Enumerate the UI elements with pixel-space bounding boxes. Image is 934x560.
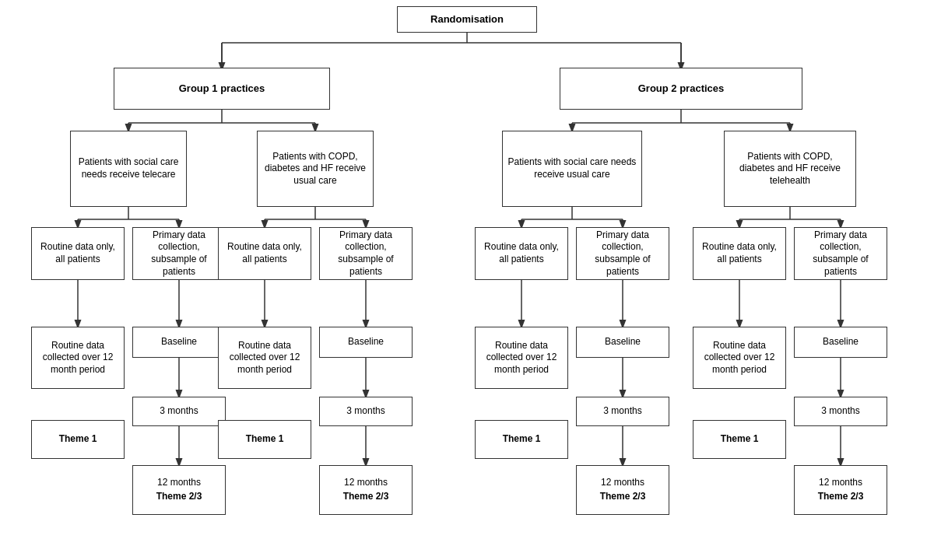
g1l-3months: 3 months xyxy=(132,397,226,426)
g1r-12months: 12 months Theme 2/3 xyxy=(319,465,413,515)
g1r-primary: Primary data collection, subsample of pa… xyxy=(319,227,413,280)
g2r-routine-period: Routine data collected over 12 month per… xyxy=(693,327,786,389)
group2-label: Group 2 practices xyxy=(638,82,725,96)
g1r-theme23-label: Theme 2/3 xyxy=(343,491,389,503)
g1l-theme1: Theme 1 xyxy=(31,420,125,459)
g1l-routine-period: Routine data collected over 12 month per… xyxy=(31,327,125,389)
g2l-3months: 3 months xyxy=(576,397,669,426)
g2l-routine-period: Routine data collected over 12 month per… xyxy=(475,327,568,389)
g1-left-patient: Patients with social care needs receive … xyxy=(70,131,187,207)
g1l-theme23-label: Theme 2/3 xyxy=(156,491,202,503)
g2r-baseline: Baseline xyxy=(794,327,887,358)
randomisation-box: Randomisation xyxy=(397,6,537,33)
g2l-12months-label: 12 months xyxy=(601,477,644,489)
g2r-theme1: Theme 1 xyxy=(693,420,786,459)
randomisation-label: Randomisation xyxy=(430,13,504,26)
g2-left-patient: Patients with social care needs receive … xyxy=(502,131,642,207)
g1r-routine-only: Routine data only, all patients xyxy=(218,227,311,280)
g2r-theme23-label: Theme 2/3 xyxy=(818,491,864,503)
g2r-3months: 3 months xyxy=(794,397,887,426)
g2l-theme1: Theme 1 xyxy=(475,420,568,459)
g2r-routine-only: Routine data only, all patients xyxy=(693,227,786,280)
g1r-theme1: Theme 1 xyxy=(218,420,311,459)
g2l-routine-only: Routine data only, all patients xyxy=(475,227,568,280)
g1r-baseline: Baseline xyxy=(319,327,413,358)
g2r-primary: Primary data collection, subsample of pa… xyxy=(794,227,887,280)
g1l-baseline: Baseline xyxy=(132,327,226,358)
group1-label: Group 1 practices xyxy=(179,82,265,96)
g1r-3months: 3 months xyxy=(319,397,413,426)
g1l-routine-only: Routine data only, all patients xyxy=(31,227,125,280)
g2l-primary: Primary data collection, subsample of pa… xyxy=(576,227,669,280)
g1r-12months-label: 12 months xyxy=(344,477,388,489)
g2l-theme23-label: Theme 2/3 xyxy=(600,491,646,503)
g2l-baseline: Baseline xyxy=(576,327,669,358)
group2-box: Group 2 practices xyxy=(560,68,802,110)
g1r-routine-period: Routine data collected over 12 month per… xyxy=(218,327,311,389)
group1-box: Group 1 practices xyxy=(114,68,330,110)
g1l-12months: 12 months Theme 2/3 xyxy=(132,465,226,515)
g2r-12months-label: 12 months xyxy=(819,477,862,489)
g1l-12months-label: 12 months xyxy=(157,477,201,489)
g2r-12months: 12 months Theme 2/3 xyxy=(794,465,887,515)
diagram: Randomisation Group 1 practices Group 2 … xyxy=(0,0,934,560)
g1l-primary: Primary data collection, subsample of pa… xyxy=(132,227,226,280)
g2-right-patient: Patients with COPD, diabetes and HF rece… xyxy=(724,131,856,207)
g2l-12months: 12 months Theme 2/3 xyxy=(576,465,669,515)
g1-right-patient: Patients with COPD, diabetes and HF rece… xyxy=(257,131,374,207)
